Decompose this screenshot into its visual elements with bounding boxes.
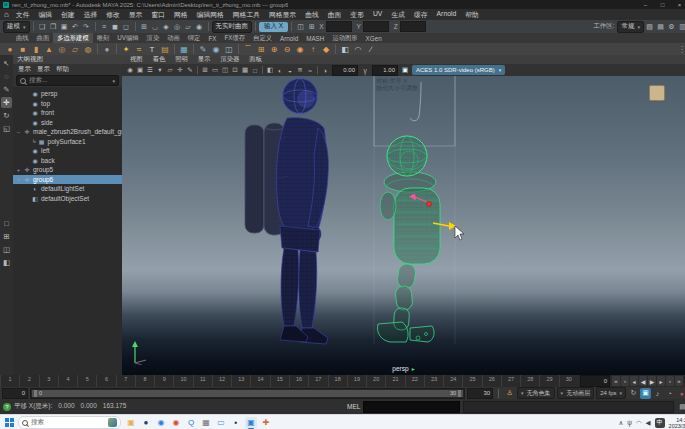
timeline-frame[interactable]: 8 <box>135 375 154 387</box>
scene-3d-view[interactable]: 对称:世界 X 拖动大小可调整 persp ▸ <box>122 76 685 375</box>
field-chart-icon[interactable]: ▦ <box>240 65 250 75</box>
symmetry-icon[interactable]: ◫ <box>295 21 306 32</box>
mail-icon[interactable]: ▭ <box>215 417 227 429</box>
mel-input-field[interactable] <box>363 401 460 413</box>
shelf-tab[interactable]: MASH <box>302 33 328 43</box>
anim-layer-dropdown[interactable]: ▾无动画层 <box>557 387 595 399</box>
timeline-frame[interactable]: 2 <box>19 375 38 387</box>
menu-item[interactable]: 变形 <box>346 10 368 20</box>
menu-item[interactable]: UV <box>369 10 386 20</box>
snap-grid-icon[interactable]: ⊞ <box>139 21 150 32</box>
expander-icon[interactable]: − <box>15 129 22 135</box>
quick-input-field[interactable]: 输入 X <box>259 22 288 32</box>
timeline-frame[interactable]: 26 <box>482 375 501 387</box>
bevel-icon[interactable]: ◆ <box>320 43 332 55</box>
menu-item[interactable]: 网格显示 <box>265 10 300 20</box>
poly-plane-icon[interactable]: ▱ <box>69 43 81 55</box>
timeline-frame[interactable]: 10 <box>173 375 192 387</box>
timeline-frame[interactable]: 15 <box>270 375 289 387</box>
calculator-icon[interactable]: ▦ <box>200 417 212 429</box>
outliner-item[interactable]: + ✛ group5 <box>13 165 122 175</box>
mel-label[interactable]: MEL <box>347 403 360 410</box>
shelf-separator[interactable] <box>174 44 175 54</box>
outliner-item[interactable]: ◉ persp <box>13 89 122 99</box>
select-component-icon[interactable]: ◻ <box>121 21 132 32</box>
range-slider-track[interactable]: 0 30 <box>30 388 465 399</box>
computer-icon[interactable]: ▣ <box>245 417 257 429</box>
animation-start-field[interactable]: 0 <box>2 388 28 399</box>
attribute-editor-icon[interactable]: ▤ <box>655 21 666 32</box>
workspace-dropdown[interactable]: 常规 ▾ <box>617 21 644 33</box>
terminal-icon[interactable]: ▪ <box>230 417 242 429</box>
rotate-tool-icon[interactable]: ↻ <box>1 110 12 121</box>
timeline-frame[interactable]: 28 <box>520 375 539 387</box>
paint-select-tool-icon[interactable]: ✎ <box>1 84 12 95</box>
menu-item[interactable]: 曲面 <box>324 10 346 20</box>
move-tool-icon[interactable]: ✛ <box>1 97 12 108</box>
poly-cone-icon[interactable]: ▲ <box>43 43 55 55</box>
extrude-icon[interactable]: ↑ <box>307 43 319 55</box>
colorspace-dropdown[interactable]: ACES 1.0 SDR-video (sRGB) ▾ <box>412 65 505 75</box>
outliner-item[interactable]: ◉ left <box>13 146 122 156</box>
range-start-handle[interactable] <box>34 390 37 397</box>
quark-search-icon[interactable]: Q <box>185 417 197 429</box>
poly-torus-icon[interactable]: ◎ <box>56 43 68 55</box>
menu-item[interactable]: 帮助 <box>461 10 483 20</box>
poly-disc-icon[interactable]: ◍ <box>82 43 94 55</box>
menu-item[interactable]: 网格工具 <box>229 10 264 20</box>
shelf-separator[interactable] <box>193 44 194 54</box>
absolute-transform-icon[interactable]: ⊞ <box>306 21 317 32</box>
target-weld-icon[interactable]: ◉ <box>210 43 222 55</box>
toolbar-separator[interactable] <box>262 66 263 74</box>
shelf-separator[interactable] <box>116 44 117 54</box>
bookmarks-icon[interactable]: ▾ <box>155 65 165 75</box>
select-object-icon[interactable]: ◼ <box>110 21 121 32</box>
timeline-frame[interactable]: 20 <box>366 375 385 387</box>
snap-point-icon[interactable]: ◈ <box>161 21 172 32</box>
tray-chevron-icon[interactable]: ∧ <box>619 419 624 427</box>
select-tool-icon[interactable]: ↖ <box>1 58 12 69</box>
shelf-separator[interactable] <box>238 44 239 54</box>
menu-item[interactable]: 选择 <box>80 10 102 20</box>
timeline-frame[interactable]: 1 <box>0 375 19 387</box>
exposure-icon[interactable]: ◑ <box>320 65 330 75</box>
timeline-frame[interactable]: 6 <box>96 375 115 387</box>
panel-menu-item[interactable]: 视图 <box>126 55 147 64</box>
motion-blur-icon[interactable]: ≈ <box>305 65 315 75</box>
film-gate-icon[interactable]: ▭ <box>210 65 220 75</box>
playback-options-icon[interactable]: ▣ <box>640 388 651 399</box>
timeline-frame[interactable]: 11 <box>193 375 212 387</box>
outliner-search-input[interactable]: 搜索... ▾ <box>16 75 119 86</box>
shelf-tab[interactable]: 绑定 <box>184 33 205 43</box>
range-end-handle[interactable] <box>458 390 461 397</box>
script-editor-icon[interactable]: ▤ <box>677 401 685 412</box>
panel-menu-item[interactable]: 渲染器 <box>216 55 243 64</box>
image-plane-icon[interactable]: ▱ <box>165 65 175 75</box>
character-set-dropdown[interactable]: ▾无角色集 <box>517 387 555 399</box>
menu-item[interactable]: 创建 <box>57 10 79 20</box>
channel-box-icon[interactable]: ▥ <box>677 21 685 32</box>
maximize-button[interactable]: □ <box>654 0 671 9</box>
minimize-button[interactable]: – <box>637 0 654 9</box>
edge-icon[interactable]: ◉ <box>155 417 167 429</box>
menu-item[interactable]: 显示 <box>125 10 147 20</box>
menu-item[interactable]: 文件 <box>12 10 34 20</box>
occlusion-icon[interactable]: ≋ <box>295 65 305 75</box>
panel-menu-item[interactable]: 照明 <box>171 55 192 64</box>
home-icon[interactable]: ⌂ <box>4 10 9 19</box>
gamma-icon[interactable]: γ <box>360 65 370 75</box>
crease-icon[interactable]: ∕ <box>365 43 377 55</box>
split-pane-layout-icon[interactable]: ◫ <box>1 244 12 255</box>
browser-icon[interactable]: ● <box>140 417 152 429</box>
mirror-icon[interactable]: ◧ <box>339 43 351 55</box>
shelf-tab[interactable]: 曲线 <box>12 33 33 43</box>
timeline-frame[interactable]: 19 <box>347 375 366 387</box>
outliner-item[interactable]: ◐ defaultLightSet <box>13 184 122 194</box>
shelf-tab[interactable]: UV编辑 <box>113 33 142 43</box>
outliner-menu-item[interactable]: 帮助 <box>56 65 69 74</box>
lock-camera-icon[interactable]: ▣ <box>135 65 145 75</box>
shelf-tab[interactable]: 运动图形 <box>328 33 361 43</box>
shelf-tab[interactable]: Arnold <box>276 33 302 43</box>
shelf-tab[interactable]: 渲染 <box>143 33 164 43</box>
sculpt-tool-icon[interactable]: ● <box>101 43 113 55</box>
